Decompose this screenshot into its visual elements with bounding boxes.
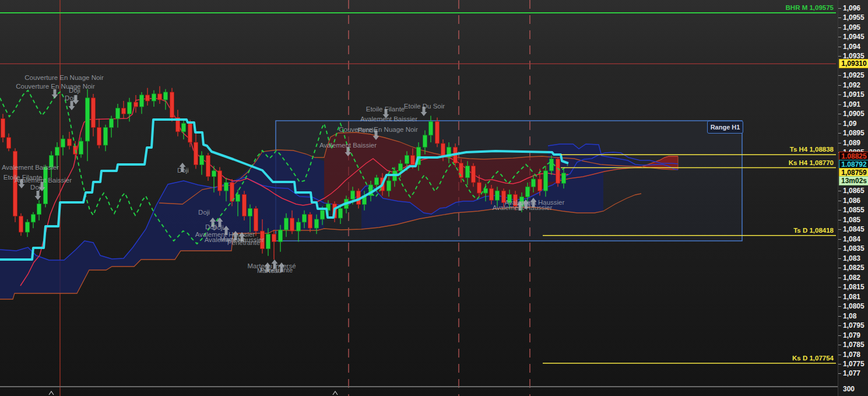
price-chart-canvas[interactable]: BHR M 1,09575Ts H4 1,08838Ks H4 1,08770T…: [0, 0, 838, 396]
axis-tick: 1,0855: [838, 205, 868, 215]
level-label: BHR M 1,09575: [786, 4, 834, 11]
tick-label: 1,0805: [843, 302, 865, 311]
candle-body-up: [266, 234, 270, 248]
candle-body-up: [116, 108, 120, 118]
tick-mark: [838, 17, 841, 18]
axis-tick: 1,084: [838, 234, 868, 244]
candle-body-up: [532, 179, 536, 187]
candle-body-up: [152, 94, 156, 101]
axis-tick: 1,079: [838, 331, 868, 340]
tick-label: 1,0775: [843, 359, 865, 369]
tick-label: 1,0865: [843, 186, 865, 195]
bearish-arrow-icon: [69, 101, 75, 110]
axis-tick: 1,0895: [838, 128, 868, 138]
tick-mark: [838, 364, 841, 365]
axis-tick: 1,0775: [838, 359, 868, 369]
tick-label: 1,0895: [843, 128, 865, 138]
candle: [7, 134, 11, 151]
candle-body-down: [146, 95, 150, 101]
candle-body-down: [472, 166, 476, 183]
axis-tick: 1,0825: [838, 263, 868, 272]
candle-body-up: [31, 215, 36, 222]
tick-label: 1,095: [843, 23, 860, 32]
time-axis-caret-icon: [49, 391, 54, 395]
tick-mark: [838, 143, 841, 143]
axis-tick: 1,083: [838, 254, 868, 263]
pattern-annotation: Doji: [198, 209, 210, 216]
candle-body-up: [248, 208, 252, 216]
tick-mark: [838, 268, 841, 268]
tick-mark: [838, 229, 841, 230]
axis-tick: 1,085: [838, 215, 868, 225]
tick-label: 1,085: [843, 215, 860, 225]
candle: [182, 118, 186, 139]
candle-body-down: [243, 194, 247, 216]
tick-mark: [838, 335, 841, 336]
candle: [19, 213, 23, 236]
candle-body-down: [435, 121, 440, 143]
tick-mark: [838, 220, 841, 220]
tick-label: 1,091: [843, 100, 860, 109]
candle-body-down: [556, 159, 560, 183]
candle-body-down: [194, 142, 198, 165]
range-h1-label[interactable]: Range H1: [707, 121, 743, 134]
tick-mark: [838, 325, 841, 326]
candle-body-down: [19, 216, 23, 232]
candle-body-down: [538, 179, 542, 191]
candle-body-up: [429, 121, 433, 135]
tick-mark: [838, 47, 841, 47]
candle: [37, 200, 41, 220]
tick-label: 1,094: [843, 42, 860, 51]
level-label: Ts H4 1,08838: [790, 146, 834, 153]
candle: [200, 151, 204, 175]
tick-label: 1,09: [843, 119, 856, 128]
bearish-arrow-icon: [35, 191, 41, 200]
candle-body-up: [321, 211, 325, 219]
bearish-arrow-icon: [52, 89, 58, 99]
tick-label: 1,0945: [843, 32, 865, 41]
candle: [44, 165, 48, 208]
candle-body-up: [466, 166, 470, 178]
candle-body-down: [170, 92, 174, 118]
candle-body-down: [272, 234, 276, 241]
candle-body-up: [387, 181, 391, 191]
candle-body-up: [61, 139, 65, 147]
tick-mark: [838, 239, 841, 240]
candle-body-up: [303, 215, 307, 222]
axis-tick: 1,0785: [838, 340, 868, 349]
pattern-annotation: Pénétrante: [260, 267, 293, 274]
candle-body-up: [164, 92, 168, 100]
pane-separator[interactable]: [0, 386, 868, 387]
tick-label: 1,096: [843, 3, 860, 13]
pattern-annotation: Doji: [69, 87, 80, 94]
price-axis[interactable]: 1,0961,09551,0951,09451,0941,09351,09251…: [838, 0, 868, 396]
candle-body-up: [496, 191, 500, 200]
axis-tick: 1,0955: [838, 13, 868, 22]
tick-label: 1,0905: [843, 109, 865, 118]
pattern-annotation: Couverture En Nuage Noir: [339, 126, 418, 133]
axis-tick: 1,0845: [838, 225, 868, 234]
candle-body-up: [405, 155, 409, 163]
candle: [110, 116, 114, 138]
level-label: Ks D 1,07754: [792, 355, 834, 362]
tick-mark: [838, 37, 841, 37]
candle-body-up: [86, 98, 90, 141]
trading-chart-window: BHR M 1,09575Ts H4 1,08838Ks H4 1,08770T…: [0, 0, 868, 396]
tick-label: 1,0955: [843, 13, 865, 22]
axis-tick: 1,09: [838, 119, 868, 128]
tick-mark: [838, 191, 841, 191]
axis-tick: 1,095: [838, 23, 868, 32]
candle-body-down: [92, 98, 96, 128]
candle: [116, 104, 120, 128]
candle: [140, 92, 144, 114]
tick-mark: [838, 201, 841, 201]
tick-label: 1,0825: [843, 263, 865, 272]
candle: [61, 135, 65, 156]
axis-tick: 1,091: [838, 100, 868, 109]
tick-mark: [838, 94, 841, 95]
candle-body-up: [315, 219, 319, 228]
tick-label: 1,0815: [843, 282, 865, 292]
axis-tick: 1,0815: [838, 282, 868, 292]
tick-label: 1,077: [843, 369, 860, 378]
candle-body-up: [128, 102, 132, 114]
